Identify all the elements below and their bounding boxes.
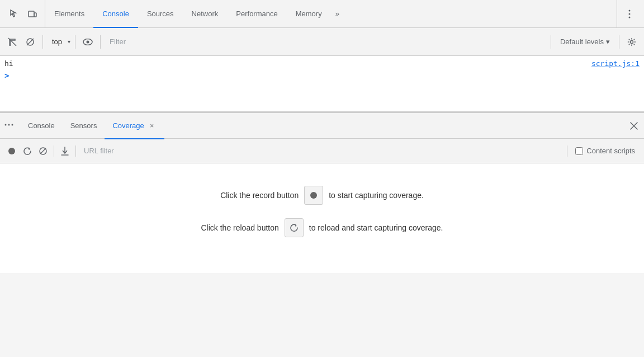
- cov-divider-1: [54, 145, 54, 157]
- cov-divider-3: [567, 145, 567, 157]
- close-bottom-panel-button[interactable]: [626, 118, 642, 134]
- coverage-reload-button[interactable]: [20, 144, 35, 158]
- toolbar-divider-1: [42, 35, 43, 49]
- content-scripts-label[interactable]: Content scripts: [586, 147, 635, 155]
- svg-point-3: [629, 13, 631, 15]
- instruction2-prefix: Click the reload button: [201, 223, 278, 232]
- context-selector[interactable]: top ▾: [48, 37, 70, 46]
- nav-more-button[interactable]: »: [331, 0, 344, 27]
- eye-button[interactable]: [80, 34, 96, 50]
- toolbar-divider-3: [100, 35, 101, 49]
- tab-sources[interactable]: Sources: [138, 1, 183, 28]
- inspect-element-button[interactable]: [7, 6, 22, 22]
- instruction1-prefix: Click the record button: [220, 191, 299, 200]
- coverage-export-button[interactable]: [58, 144, 72, 158]
- instruction1-suffix: to start capturing coverage.: [329, 191, 424, 200]
- svg-rect-1: [34, 13, 36, 17]
- bottom-panel: Console Sensors Coverage ×: [0, 112, 644, 273]
- console-output-text: hi: [4, 59, 13, 68]
- device-toggle-button[interactable]: [25, 6, 40, 22]
- svg-point-14: [12, 124, 13, 125]
- tab-console[interactable]: Console: [93, 1, 138, 28]
- content-scripts-wrapper: Content scripts: [571, 147, 640, 155]
- console-source-link[interactable]: script.js:1: [591, 59, 640, 68]
- default-levels-button[interactable]: Default levels ▾: [556, 35, 614, 48]
- nav-tabs: Elements Console Sources Network Perform…: [45, 0, 617, 27]
- cov-divider-2: [75, 145, 76, 157]
- inline-reload-button[interactable]: [285, 218, 304, 237]
- clear-console-button[interactable]: [4, 34, 20, 50]
- svg-point-22: [310, 192, 317, 199]
- svg-point-10: [87, 40, 89, 43]
- coverage-instruction-2: Click the reload button to reload and st…: [201, 218, 443, 237]
- coverage-toolbar: Content scripts: [0, 139, 644, 163]
- console-output-area: hi script.js:1 >: [0, 56, 644, 112]
- instruction2-suffix: to reload and start capturing coverage.: [309, 223, 443, 232]
- console-toolbar: top ▾ Default levels ▾: [0, 28, 644, 56]
- tab-network[interactable]: Network: [183, 1, 228, 28]
- svg-line-19: [40, 148, 46, 154]
- svg-point-11: [631, 40, 633, 43]
- svg-rect-0: [29, 11, 34, 17]
- toolbar-divider-2: [75, 35, 75, 49]
- tab-performance[interactable]: Performance: [227, 1, 286, 28]
- toolbar-divider-5: [619, 35, 619, 49]
- inline-record-button[interactable]: [304, 186, 323, 205]
- bottom-tab-coverage[interactable]: Coverage ×: [105, 114, 164, 139]
- close-coverage-tab-button[interactable]: ×: [148, 121, 157, 130]
- kebab-menu-button[interactable]: [622, 6, 637, 22]
- stop-recording-button[interactable]: [22, 34, 38, 50]
- tab-elements[interactable]: Elements: [45, 1, 93, 28]
- coverage-main-content: Click the record button to start capturi…: [0, 163, 644, 273]
- svg-point-13: [8, 124, 10, 125]
- coverage-clear-button[interactable]: [36, 144, 50, 158]
- url-filter-input[interactable]: [79, 144, 564, 157]
- settings-button[interactable]: [624, 34, 640, 50]
- console-prompt[interactable]: >: [4, 69, 640, 82]
- levels-dropdown-arrow: ▾: [606, 37, 610, 46]
- filter-input[interactable]: [105, 35, 546, 48]
- context-dropdown-arrow: ▾: [68, 39, 70, 45]
- tab-memory[interactable]: Memory: [287, 1, 331, 28]
- console-output-line: hi script.js:1: [4, 58, 640, 69]
- bottom-tab-console[interactable]: Console: [20, 114, 63, 139]
- coverage-record-button[interactable]: [4, 144, 19, 158]
- bottom-tabs-bar: Console Sensors Coverage ×: [0, 113, 644, 139]
- bottom-tab-sensors[interactable]: Sensors: [63, 114, 105, 139]
- toolbar-divider-4: [551, 35, 551, 49]
- coverage-instruction-1: Click the record button to start capturi…: [220, 186, 424, 205]
- svg-point-12: [5, 124, 7, 125]
- nav-left-icons: [2, 0, 45, 27]
- svg-point-2: [629, 10, 631, 11]
- content-scripts-checkbox[interactable]: [575, 147, 583, 155]
- bottom-tab-more-button[interactable]: [2, 119, 16, 133]
- nav-right-icons: [617, 0, 642, 27]
- svg-point-4: [629, 16, 631, 18]
- top-nav-bar: Elements Console Sources Network Perform…: [0, 0, 644, 28]
- svg-point-17: [8, 148, 15, 154]
